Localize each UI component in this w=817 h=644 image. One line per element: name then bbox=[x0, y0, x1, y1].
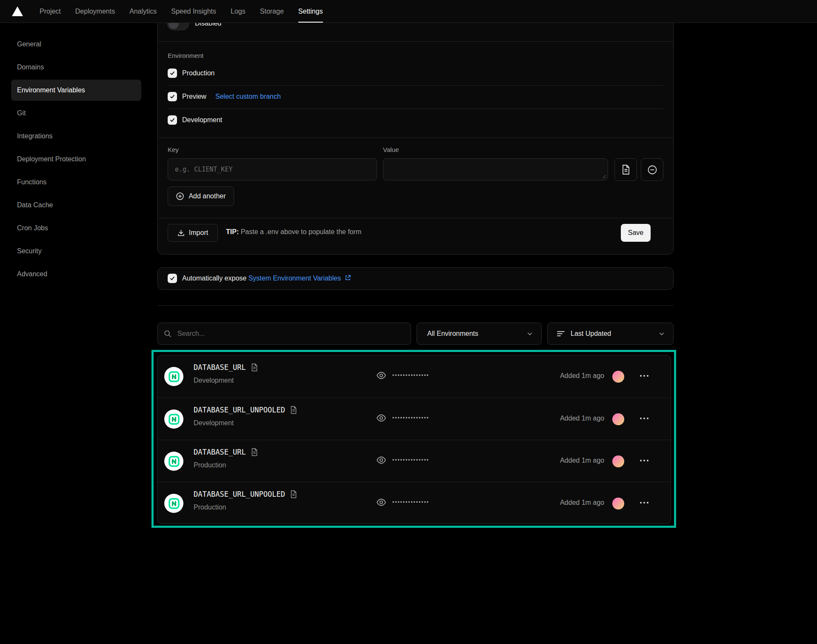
nav-tab-storage[interactable]: Storage bbox=[253, 0, 291, 23]
nav-tab-settings[interactable]: Settings bbox=[291, 0, 330, 23]
preview-checkbox[interactable] bbox=[168, 92, 177, 101]
row-actions-menu[interactable] bbox=[640, 460, 648, 461]
tip-body: Paste a .env above to populate the form bbox=[239, 228, 361, 235]
sidebar-item-data-cache[interactable]: Data Cache bbox=[11, 195, 141, 216]
nav-tab-speed-insights[interactable]: Speed Insights bbox=[164, 0, 223, 23]
environments-dropdown-value: All Environments bbox=[427, 330, 527, 338]
nav-tab-deployments[interactable]: Deployments bbox=[68, 0, 122, 23]
key-input[interactable] bbox=[168, 159, 377, 180]
environments-dropdown[interactable]: All Environments bbox=[417, 323, 542, 345]
top-navigation: Project Deployments Analytics Speed Insi… bbox=[0, 0, 817, 23]
sidebar-item-domains[interactable]: Domains bbox=[11, 57, 141, 78]
save-label: Save bbox=[628, 229, 643, 237]
added-timestamp: Added 1m ago bbox=[560, 415, 604, 422]
reveal-value-eye-icon[interactable] bbox=[376, 498, 386, 506]
sidebar-item-security[interactable]: Security bbox=[11, 240, 141, 262]
sidebar-item-cron-jobs[interactable]: Cron Jobs bbox=[11, 218, 141, 239]
vercel-logo-icon[interactable] bbox=[12, 6, 23, 16]
import-button[interactable]: Import bbox=[168, 224, 218, 242]
check-icon bbox=[169, 275, 175, 281]
environment-section-label: Environment bbox=[168, 52, 203, 59]
added-timestamp: Added 1m ago bbox=[560, 457, 604, 464]
user-avatar bbox=[612, 498, 624, 509]
preview-checkbox-label: Preview bbox=[182, 93, 206, 100]
user-avatar bbox=[612, 413, 624, 425]
production-checkbox[interactable] bbox=[168, 69, 177, 78]
minus-circle-icon bbox=[647, 165, 657, 175]
add-another-button[interactable]: Add another bbox=[168, 186, 234, 206]
tip-text: TIP: Paste a .env above to populate the … bbox=[226, 228, 361, 236]
sidebar-item-label: Integrations bbox=[17, 132, 53, 140]
neon-logo-icon bbox=[169, 371, 180, 382]
added-timestamp: Added 1m ago bbox=[560, 372, 604, 380]
value-input[interactable] bbox=[383, 159, 608, 180]
masked-value: •••••••••••••• bbox=[392, 372, 429, 378]
row-actions-menu[interactable] bbox=[640, 418, 648, 419]
sidebar-item-label: General bbox=[17, 40, 41, 48]
development-checkbox-label: Development bbox=[182, 116, 222, 124]
sidebar-item-label: Security bbox=[17, 247, 42, 255]
masked-value: •••••••••••••• bbox=[392, 457, 429, 463]
env-var-row[interactable]: DATABASE_URL_UNPOOLED Production •••••••… bbox=[157, 482, 671, 524]
auto-expose-text: Automatically expose bbox=[182, 275, 249, 282]
value-input-wrap bbox=[383, 158, 608, 180]
reveal-value-eye-icon[interactable] bbox=[376, 456, 386, 464]
sort-dropdown[interactable]: Last Updated bbox=[547, 323, 674, 345]
chevron-down-icon bbox=[659, 331, 665, 337]
add-another-label: Add another bbox=[189, 192, 226, 200]
search-box bbox=[157, 323, 411, 345]
env-var-environment: Production bbox=[194, 504, 226, 511]
sidebar-item-label: Advanced bbox=[17, 270, 47, 278]
sidebar-item-general[interactable]: General bbox=[11, 34, 141, 55]
sort-dropdown-value: Last Updated bbox=[571, 330, 653, 338]
note-icon bbox=[290, 406, 297, 414]
sidebar-item-environment-variables[interactable]: Environment Variables bbox=[11, 80, 141, 101]
env-var-name: DATABASE_URL bbox=[194, 363, 246, 372]
env-var-form-card bbox=[157, 0, 674, 255]
sidebar-item-functions[interactable]: Functions bbox=[11, 172, 141, 193]
system-env-link[interactable]: System Environment Variables bbox=[249, 275, 341, 282]
save-button[interactable]: Save bbox=[621, 224, 651, 242]
sidebar-item-label: Functions bbox=[17, 178, 46, 186]
reveal-value-eye-icon[interactable] bbox=[376, 414, 386, 422]
env-var-environment: Development bbox=[194, 377, 234, 384]
production-checkbox-label: Production bbox=[182, 69, 215, 77]
sidebar-item-git[interactable]: Git bbox=[11, 103, 141, 124]
environment-variables-settings-page: Project Deployments Analytics Speed Insi… bbox=[0, 0, 817, 644]
remove-row-button[interactable] bbox=[641, 158, 663, 181]
sidebar-item-advanced[interactable]: Advanced bbox=[11, 263, 141, 285]
key-label: Key bbox=[168, 146, 179, 153]
env-var-name: DATABASE_URL bbox=[194, 448, 246, 456]
user-avatar bbox=[612, 371, 624, 383]
sidebar-item-deployment-protection[interactable]: Deployment Protection bbox=[11, 149, 141, 170]
sidebar-item-integrations[interactable]: Integrations bbox=[11, 126, 141, 147]
note-icon bbox=[251, 448, 258, 456]
nav-tab-analytics[interactable]: Analytics bbox=[122, 0, 164, 23]
search-input[interactable] bbox=[177, 329, 405, 338]
nav-tab-logs[interactable]: Logs bbox=[223, 0, 253, 23]
development-checkbox[interactable] bbox=[168, 115, 177, 125]
env-var-name: DATABASE_URL_UNPOOLED bbox=[194, 490, 285, 498]
row-actions-menu[interactable] bbox=[640, 502, 648, 504]
added-timestamp: Added 1m ago bbox=[560, 499, 604, 507]
row-divider bbox=[168, 109, 663, 109]
check-icon bbox=[169, 94, 175, 100]
external-link-icon bbox=[345, 275, 351, 281]
paste-env-file-button[interactable] bbox=[614, 158, 637, 181]
document-icon bbox=[622, 165, 630, 175]
select-custom-branch-link[interactable]: Select custom branch bbox=[215, 93, 281, 100]
reveal-value-eye-icon[interactable] bbox=[376, 372, 386, 379]
sidebar-item-label: Git bbox=[17, 109, 26, 117]
neon-logo-icon bbox=[169, 414, 180, 425]
sidebar-item-label: Deployment Protection bbox=[17, 155, 86, 163]
resize-handle-icon[interactable] bbox=[602, 175, 606, 179]
nav-tab-project[interactable]: Project bbox=[32, 0, 68, 23]
auto-expose-checkbox[interactable] bbox=[168, 274, 177, 283]
neon-integration-avatar bbox=[164, 494, 183, 513]
row-actions-menu[interactable] bbox=[640, 375, 648, 377]
env-var-environment: Production bbox=[194, 461, 226, 469]
env-var-row[interactable]: DATABASE_URL Production •••••••••••••• A… bbox=[157, 440, 671, 482]
env-var-row[interactable]: DATABASE_URL_UNPOOLED Development ••••••… bbox=[157, 398, 671, 440]
env-var-row[interactable]: DATABASE_URL Development •••••••••••••• … bbox=[157, 355, 671, 398]
env-var-list: DATABASE_URL Development •••••••••••••• … bbox=[157, 355, 671, 524]
